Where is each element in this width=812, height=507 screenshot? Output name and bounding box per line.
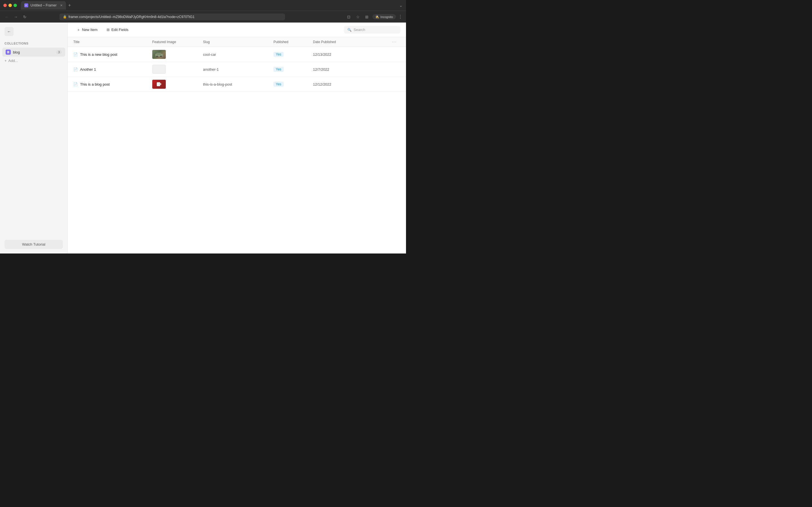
svg-point-5 [156, 56, 158, 57]
collections-label: Collections [0, 38, 67, 47]
tab-title: Untitled – Framer [31, 3, 57, 7]
url-bar[interactable]: 🔒 framer.com/projects/Untitled--mZ98oDWa… [59, 13, 285, 20]
add-collection-button[interactable]: + Add... [0, 57, 67, 64]
edit-icon: ⊞ [107, 27, 110, 32]
header-more-icon[interactable]: ··· [392, 40, 396, 44]
svg-rect-9 [157, 82, 160, 86]
add-label: Add... [8, 59, 18, 63]
row-title-cell: 📄 Another 1 [73, 67, 152, 71]
url-text: framer.com/projects/Untitled--mZ98oDWaPJ… [68, 15, 195, 19]
add-icon: + [4, 59, 7, 63]
collection-icon [6, 50, 11, 55]
minimize-window-button[interactable] [8, 4, 12, 7]
svg-point-6 [160, 56, 162, 57]
row-date: 12/7/2022 [313, 67, 392, 71]
maximize-window-button[interactable] [13, 4, 17, 7]
cast-icon[interactable]: ⊡ [345, 15, 352, 19]
tab-bar: F Untitled – Framer ✕ + [21, 1, 72, 10]
svg-rect-1 [7, 52, 9, 52]
col-header-date: Date Published [313, 40, 392, 44]
doc-icon: 📄 [73, 52, 78, 57]
sidebar-badge-blog: 3 [56, 50, 62, 54]
browser-tab[interactable]: F Untitled – Framer ✕ [21, 1, 66, 10]
watch-tutorial-button[interactable]: Watch Tutorial [4, 240, 63, 249]
reload-button[interactable]: ↻ [21, 13, 28, 20]
doc-icon: 📄 [73, 82, 78, 87]
plus-icon: ＋ [77, 27, 80, 33]
svg-rect-2 [7, 53, 9, 53]
sidebar-item-blog[interactable]: blog 3 [2, 48, 65, 57]
search-container[interactable]: 🔍 Search [344, 26, 400, 34]
forward-nav-button[interactable]: → [12, 13, 19, 20]
edit-fields-label: Edit Fields [111, 27, 129, 32]
table-container: Title Featured Image Slug Published Date… [68, 37, 406, 253]
row-title: Another 1 [80, 67, 96, 71]
app-layout: ← Collections blog 3 + Add... Watch Tuto… [0, 22, 406, 253]
row-title-cell: 📄 This is a new blog post [73, 52, 152, 57]
search-icon: 🔍 [347, 28, 352, 32]
row-slug: another-1 [203, 67, 273, 71]
tab-expand-button[interactable]: ⌄ [399, 3, 403, 8]
main-content: ＋ New Item ⊞ Edit Fields 🔍 Search Title … [68, 22, 406, 253]
col-header-featured: Featured Image [152, 40, 203, 44]
row-published-cell: Yes [273, 67, 313, 72]
featured-image-mug [152, 80, 166, 89]
address-bar: ← → ↻ 🔒 framer.com/projects/Untitled--mZ… [0, 11, 406, 22]
sidebar-header: ← [0, 22, 67, 38]
col-header-slug: Slug [203, 40, 273, 44]
table-row[interactable]: 📄 This is a new blog post [68, 47, 406, 62]
close-tab-button[interactable]: ✕ [60, 4, 63, 7]
row-title: This is a new blog post [80, 52, 117, 57]
row-date: 12/12/2022 [313, 82, 392, 87]
browser-chrome: F Untitled – Framer ✕ + ⌄ ← → ↻ 🔒 framer… [0, 0, 406, 22]
svg-rect-4 [156, 53, 161, 55]
col-header-title: Title [73, 40, 152, 44]
sidebar: ← Collections blog 3 + Add... Watch Tuto… [0, 22, 68, 253]
row-title-cell: 📄 This is a blog post [73, 82, 152, 87]
table-row[interactable]: 📄 Another 1 another-1 Yes 12/7/2022 [68, 62, 406, 77]
back-button[interactable]: ← [4, 27, 13, 36]
title-bar: F Untitled – Framer ✕ + ⌄ [0, 0, 406, 11]
row-date: 12/13/2022 [313, 52, 392, 57]
published-badge: Yes [273, 67, 284, 72]
bookmark-icon[interactable]: ☆ [354, 15, 361, 19]
row-slug: this-is-a-blog-post [203, 82, 273, 87]
row-featured-cell [152, 80, 203, 89]
lock-icon: 🔒 [63, 15, 67, 18]
row-title: This is a blog post [80, 82, 110, 87]
search-input[interactable]: Search [354, 27, 365, 32]
featured-image-car [152, 50, 166, 59]
car-image-placeholder [152, 50, 166, 59]
toolbar: ＋ New Item ⊞ Edit Fields 🔍 Search [68, 22, 406, 37]
new-item-label: New Item [82, 27, 98, 32]
new-tab-button[interactable]: + [67, 2, 72, 9]
published-badge: Yes [273, 82, 284, 87]
svg-rect-8 [160, 83, 161, 85]
incognito-badge: 🕵 Incognito [372, 14, 396, 19]
row-published-cell: Yes [273, 82, 313, 87]
edit-fields-button[interactable]: ⊞ Edit Fields [103, 26, 132, 34]
split-view-icon[interactable]: ⊞ [363, 15, 370, 19]
featured-image-empty [152, 65, 166, 74]
col-header-actions: ··· [392, 40, 400, 45]
close-window-button[interactable] [3, 4, 7, 7]
row-featured-cell [152, 50, 203, 59]
new-item-button[interactable]: ＋ New Item [73, 25, 101, 34]
incognito-label: Incognito [380, 15, 393, 18]
sidebar-footer: Watch Tutorial [0, 235, 67, 253]
incognito-icon: 🕵 [375, 15, 379, 18]
more-options-button[interactable]: ⋮ [398, 14, 403, 19]
back-nav-button[interactable]: ← [3, 13, 10, 20]
mug-image-placeholder [152, 80, 166, 89]
col-header-published: Published [273, 40, 313, 44]
browser-actions: ⊡ ☆ ⊞ 🕵 Incognito ⋮ [345, 14, 403, 19]
table-header: Title Featured Image Slug Published Date… [68, 37, 406, 47]
doc-icon: 📄 [73, 67, 78, 71]
published-badge: Yes [273, 52, 284, 57]
traffic-lights [3, 4, 17, 7]
svg-rect-0 [7, 51, 9, 52]
favicon: F [24, 3, 28, 7]
table-row[interactable]: 📄 This is a blog post thi [68, 77, 406, 92]
row-featured-cell [152, 65, 203, 74]
row-slug: cool-car [203, 52, 273, 57]
